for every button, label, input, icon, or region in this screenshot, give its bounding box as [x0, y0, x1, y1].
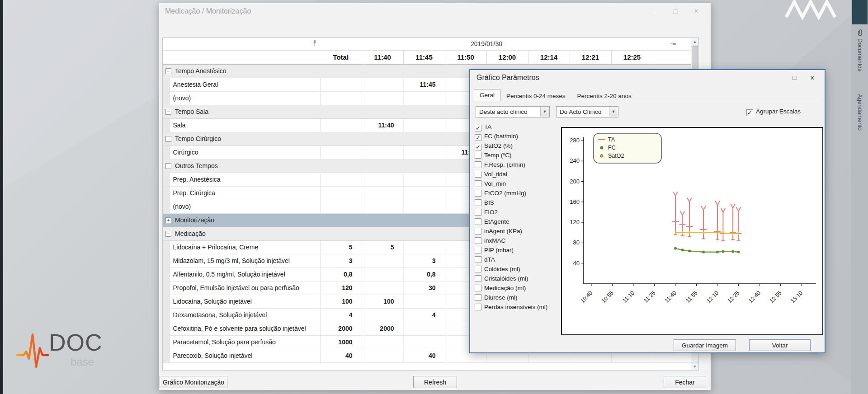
row-label[interactable]: Cirúrgico	[169, 145, 320, 159]
cell-value[interactable]: 40	[320, 349, 362, 362]
row-label[interactable]: (novo)	[169, 200, 320, 213]
checkbox-icon[interactable]: ✓	[475, 125, 481, 131]
cell-value[interactable]: 3	[320, 254, 362, 267]
checkbox-icon[interactable]: ✓	[746, 109, 753, 116]
cell-value[interactable]: 2000	[320, 322, 362, 335]
param-item-inAgent (KPa)[interactable]: inAgent (KPa)	[475, 228, 547, 237]
checkbox-icon[interactable]	[475, 218, 481, 225]
cell-value[interactable]: 30	[403, 281, 445, 295]
cell-value[interactable]	[362, 281, 403, 295]
checkbox-icon[interactable]	[475, 266, 481, 272]
param-item-EtAgente[interactable]: EtAgente	[475, 218, 547, 228]
cell-value[interactable]	[403, 200, 445, 213]
side-tab-documentos[interactable]: Documentos	[851, 29, 868, 73]
checkbox-icon[interactable]	[475, 294, 481, 301]
param-item-Perdas insensíveis (ml)[interactable]: Perdas insensíveis (ml)	[475, 304, 547, 313]
cell-value[interactable]: 4	[403, 308, 445, 322]
cell-value[interactable]	[320, 186, 362, 200]
cell-value[interactable]	[403, 118, 445, 132]
checkbox-icon[interactable]	[475, 228, 481, 235]
param-item-dTA[interactable]: dTA	[475, 256, 547, 266]
minimize-button[interactable]: –	[645, 6, 663, 17]
cell-value[interactable]	[320, 78, 362, 91]
dropdown-arrow-icon[interactable]: ▼	[540, 107, 549, 117]
agrupar-escalas-checkbox[interactable]: ✓Agrupar Escalas	[746, 108, 801, 116]
expander-icon[interactable]: +	[165, 217, 171, 223]
refresh-button[interactable]: Refresh	[413, 376, 457, 388]
scroll-up-icon[interactable]: ▲	[691, 38, 698, 46]
expander-icon[interactable]: −	[165, 231, 171, 237]
checkbox-icon[interactable]	[475, 285, 481, 291]
row-label[interactable]: Lidocaína, Solução injetável	[169, 295, 320, 308]
row-label[interactable]: Propofol, Emulsão injetável ou para perf…	[169, 281, 320, 295]
checkbox-icon[interactable]	[475, 171, 481, 178]
maximize-button[interactable]: □	[666, 6, 684, 17]
param-item-Medicação (ml)[interactable]: Medicação (ml)	[475, 285, 547, 294]
cell-value[interactable]	[362, 186, 403, 200]
row-label[interactable]: Prep. Cirúrgica	[169, 186, 320, 200]
checkbox-icon[interactable]	[475, 247, 481, 253]
row-label[interactable]: Parecoxib, Solução injetável	[169, 349, 320, 362]
dialog-close-button[interactable]: ×	[806, 73, 819, 83]
checkbox-icon[interactable]	[475, 152, 481, 159]
cell-value[interactable]	[320, 173, 362, 186]
dialog-tab-percentis-0-24-meses[interactable]: Percentis 0-24 meses	[500, 90, 571, 101]
side-tab-relatório[interactable]: Relatório	[852, 0, 868, 24]
param-item-TA[interactable]: ✓TA	[475, 123, 547, 133]
row-label[interactable]: Anestesia Geral	[169, 78, 320, 91]
checkbox-icon[interactable]: ✓	[475, 134, 481, 141]
cell-value[interactable]: 2000	[362, 322, 403, 335]
param-item-BIS[interactable]: BIS	[475, 199, 547, 209]
grafico-monitorizacao-button[interactable]: Gráfico Monitorização	[160, 376, 227, 388]
dialog-tab-percentis-2-20-anos[interactable]: Percentis 2-20 anos	[571, 90, 637, 101]
param-item-Temp (ºC)[interactable]: Temp (ºC)	[475, 152, 547, 161]
param-item-Vol_tidal[interactable]: Vol_tidal	[475, 171, 547, 180]
checkbox-icon[interactable]	[475, 209, 481, 216]
cell-value[interactable]	[403, 173, 445, 186]
row-label[interactable]: Sala	[169, 118, 320, 132]
cell-value[interactable]	[403, 240, 445, 254]
param-item-Cristalóides (ml)[interactable]: Cristalóides (ml)	[475, 275, 547, 285]
checkbox-icon[interactable]	[475, 275, 481, 282]
side-tab-agendamento[interactable]: Agendamento	[851, 94, 868, 132]
cell-value[interactable]	[362, 173, 403, 186]
voltar-button[interactable]: Voltar	[749, 339, 811, 351]
param-item-FC (bat/min)[interactable]: ✓FC (bat/min)	[475, 133, 547, 142]
cell-value[interactable]	[362, 335, 403, 349]
checkbox-icon[interactable]	[475, 199, 481, 206]
checkbox-icon[interactable]	[475, 180, 481, 187]
cell-value[interactable]: 1000	[320, 335, 362, 349]
cell-value[interactable]: 0,8	[320, 267, 362, 281]
row-label[interactable]: Alfentanilo, 0.5 mg/ml, Solução injetáve…	[169, 267, 320, 281]
cell-value[interactable]: 40	[403, 349, 445, 362]
cell-value[interactable]: 4	[320, 308, 362, 322]
cell-value[interactable]	[320, 145, 362, 159]
cell-value[interactable]: 11:40	[362, 118, 403, 132]
row-label[interactable]: Lidocaína + Prilocaína, Creme	[169, 240, 320, 254]
window-titlebar[interactable]: Medicação / Monitorização – □ ×	[159, 3, 711, 19]
cell-value[interactable]	[362, 200, 403, 213]
cell-value[interactable]	[320, 91, 362, 105]
fechar-button[interactable]: Fechar	[664, 376, 706, 388]
autohide-pin-icon[interactable]	[668, 41, 676, 47]
scope-combobox[interactable]: Deste acto clínico ▼	[476, 106, 550, 117]
row-label[interactable]: Paracetamol, Solução para perfusão	[169, 335, 320, 349]
cell-value[interactable]	[362, 267, 403, 281]
cell-value[interactable]	[403, 91, 445, 105]
pushpin-icon[interactable]	[312, 41, 317, 48]
checkbox-icon[interactable]	[475, 256, 481, 263]
row-label[interactable]: Prep. Anestésica	[169, 173, 320, 186]
param-item-Diurese (ml)[interactable]: Diurese (ml)	[475, 294, 547, 304]
dialog-maximize-button[interactable]: □	[788, 73, 801, 83]
cell-value[interactable]	[320, 118, 362, 132]
row-label[interactable]: Dexametasona, Solução injetável	[169, 308, 320, 322]
cell-value[interactable]	[403, 186, 445, 200]
expander-icon[interactable]: −	[165, 68, 171, 74]
guardar-imagem-button[interactable]: Guardar Imagem	[674, 339, 736, 351]
checkbox-icon[interactable]	[475, 237, 481, 244]
param-item-inxMAC[interactable]: inxMAC	[475, 237, 547, 247]
expander-icon[interactable]: −	[165, 136, 171, 142]
cell-value[interactable]	[320, 200, 362, 213]
param-item-SatO2 (%)[interactable]: ✓SatO2 (%)	[475, 142, 547, 152]
param-item-F.Resp. (c/min)[interactable]: F.Resp. (c/min)	[475, 161, 547, 171]
